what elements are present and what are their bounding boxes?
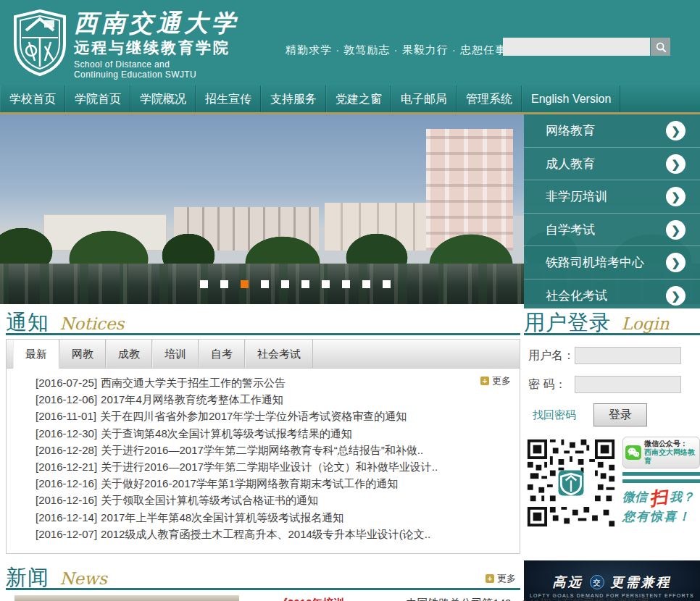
promo-text-left: 高远 [553,573,583,591]
notices-tab[interactable]: 自考 [199,340,245,368]
nav-item[interactable]: 管理系统 [457,85,522,112]
login-button[interactable]: 登录 [593,403,647,426]
search-input[interactable] [503,38,650,56]
news-more-link[interactable]: + 更多 [486,572,516,585]
school-name-en-line2: Continuing Education SWJTU [74,70,239,80]
promo-text-row: 高远 交 更需兼程 [553,573,672,591]
nav-item[interactable]: 学校首页 [0,85,65,112]
wechat-icon [625,445,641,461]
wechat-account-texts: 微信公众号： 西南交大网络教育 [644,440,697,466]
username-row: 用户名： [528,347,700,364]
notice-title: 关于在四川省省外参加2017年学士学位外语考试资格审查的通知 [100,410,407,422]
notice-item[interactable]: [2016-12-16]关于做好2016-2017学年第1学期网络教育期末考试工… [36,475,512,492]
notice-item[interactable]: [2016-12-07]2012级成人教育函授土木工程高升本、2014级专升本毕… [36,526,512,542]
carousel-dot[interactable] [220,280,228,288]
school-name-en: School of Distance and Continuing Educat… [74,59,239,80]
notice-title: 2017年4月网络教育统考整体工作通知 [101,393,283,405]
side-menu-item[interactable]: 社会化考试 ❯ [524,280,700,309]
carousel-dot[interactable] [281,280,289,288]
chevron-right-circle-icon: ❯ [666,286,686,306]
chevron-right-circle-icon: ❯ [666,220,686,240]
news-item[interactable]: 《2016年培训… 中国铁路总公司第140—141期动车组司机培训班理.. [6,595,520,601]
search-icon [655,41,667,53]
forgot-password-link[interactable]: 找回密码 [533,408,576,422]
login-actions: 找回密码 登录 [528,403,700,426]
notices-tab[interactable]: 培训 [152,340,199,368]
nav-item[interactable]: 电子邮局 [391,85,457,112]
notice-item[interactable]: [2016-12-14]2017年上半年第48次全国计算机等级考试报名通知 [36,509,512,526]
carousel-dot[interactable] [301,280,309,288]
nav-item[interactable]: 招生宣传 [196,85,261,112]
chevron-right-circle-icon: ❯ [666,154,686,174]
motto-text: 精勤求学 · 敦笃励志 · 果毅力行 · 忠恕任事 [286,43,507,57]
carousel-dot[interactable] [261,280,269,288]
decor-stripe [622,479,700,483]
news-header: 新闻 News + 更多 [6,559,520,586]
side-menu-label: 非学历培训 [546,190,607,203]
search-button[interactable] [651,38,670,56]
carousel-dot[interactable] [322,280,330,288]
notice-date: [2016-12-28] [36,444,97,456]
carousel-dot[interactable] [362,280,370,288]
notices-title: 通知 [6,311,49,334]
notices-more-link[interactable]: + 更多 [480,374,511,387]
notices-tab[interactable]: 成教 [106,340,152,368]
notice-item[interactable]: [2016-11-01]关于在四川省省外参加2017年学士学位外语考试资格审查的… [36,408,512,424]
university-logo[interactable] [12,9,68,77]
notices-list: [2016-07-25]西南交通大学关于招生工作的警示公告 [2016-12-0… [7,369,520,542]
carousel-dot[interactable] [342,280,350,288]
notice-item[interactable]: [2016-12-30]关于查询第48次全国计算机等级考试报考结果的通知 [36,425,512,442]
notice-item[interactable]: [2016-12-28]关于进行2016—2017学年第二学期网络教育专科“总结… [36,442,512,458]
carousel-dot[interactable] [200,280,208,288]
notice-title: 关于领取全国计算机等级考试合格证书的通知 [101,494,318,506]
notice-date: [2016-12-30] [36,427,97,440]
notice-date: [2016-11-01] [36,410,96,422]
school-name: 远程与继续教育学院 [74,38,239,57]
notice-title: 关于进行2016—2017学年第二学期毕业设计（论文）和补做毕业设计.. [101,461,438,473]
username-field[interactable] [575,347,681,364]
notices-tab[interactable]: 社会考试 [245,340,313,368]
carousel-dot[interactable] [241,280,249,288]
carousel-dot[interactable] [383,280,391,288]
wechat-block: 微信公众号： 西南交大网络教育 微信 扫 我？ 您有惊喜！ [524,437,700,529]
wechat-info: 微信公众号： 西南交大网络教育 微信 扫 我？ 您有惊喜！ [622,437,700,529]
nav-item[interactable]: 学院首页 [65,85,130,112]
side-menu-item[interactable]: 非学历培训 ❯ [524,180,700,214]
side-menu-item[interactable]: 铁路司机培考中心 ❯ [524,246,700,280]
notices-tab[interactable]: 最新 [13,340,59,369]
nav-item[interactable]: 学院概况 [130,85,196,112]
password-field[interactable] [575,376,681,393]
username-label: 用户名： [528,348,575,363]
side-menu-label: 自学考试 [546,223,595,237]
side-menu-item[interactable]: 网络教育 ❯ [524,114,700,148]
nav-item[interactable]: 党建之窗 [326,85,391,112]
side-menu-label: 网络教育 [546,124,595,138]
notice-item[interactable]: [2016-12-06]2017年4月网络教育统考整体工作通知 [36,391,512,408]
notice-item[interactable]: [2016-07-25]西南交通大学关于招生工作的警示公告 [36,374,512,391]
chevron-right-circle-icon: ❯ [666,121,686,140]
notice-item[interactable]: [2016-12-16]关于领取全国计算机等级考试合格证书的通知 [36,492,512,508]
wechat-qr-code [524,437,618,529]
chevron-right-circle-icon: ❯ [666,253,686,272]
news-item-title: 中国铁路总公司第140—141期动车组司机培训班理.. [406,595,654,601]
brand-block: 西南交通大学 远程与继续教育学院 School of Distance and … [74,9,239,80]
notice-date: [2016-12-06] [36,393,97,405]
carousel-dots [200,280,391,288]
notice-title: 关于查询第48次全国计算机等级考试报考结果的通知 [101,427,352,440]
header: 西南交通大学 远程与继续教育学院 School of Distance and … [0,0,700,85]
university-crest-icon [12,9,68,77]
plus-icon: + [480,377,489,385]
university-name: 西南交通大学 [74,9,239,38]
nav-item[interactable]: English Version [522,85,620,112]
news-title: 新闻 [6,566,49,589]
left-column: 通知 Notices 最新网教成教培训自考社会考试 + 更多 [2016-07-… [0,304,520,601]
notice-date: [2016-12-07] [36,528,97,540]
nav-item[interactable]: 支持服务 [261,85,326,112]
news-title-en: News [59,569,107,588]
notices-tab[interactable]: 网教 [59,340,106,368]
notice-item[interactable]: [2016-12-21]关于进行2016—2017学年第二学期毕业设计（论文）和… [36,458,512,475]
notices-more-label: 更多 [492,374,511,387]
side-menu-item[interactable]: 成人教育 ❯ [524,148,700,181]
notice-title: 2012级成人教育函授土木工程高升本、2014级专升本毕业设计(论文.. [101,528,430,540]
side-menu-item[interactable]: 自学考试 ❯ [524,214,700,247]
